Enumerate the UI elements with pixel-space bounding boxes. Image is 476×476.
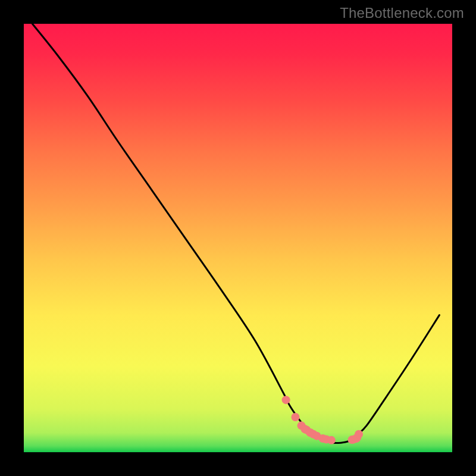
data-point-dot	[355, 430, 363, 439]
data-point-dot	[282, 396, 290, 404]
chart-svg	[24, 24, 452, 452]
chart-container: TheBottleneck.com	[0, 0, 476, 476]
data-point-dot	[327, 436, 336, 444]
plot-area	[24, 24, 452, 452]
watermark-text: TheBottleneck.com	[340, 5, 464, 21]
gradient-background	[24, 24, 452, 452]
data-point-dot	[291, 413, 299, 421]
